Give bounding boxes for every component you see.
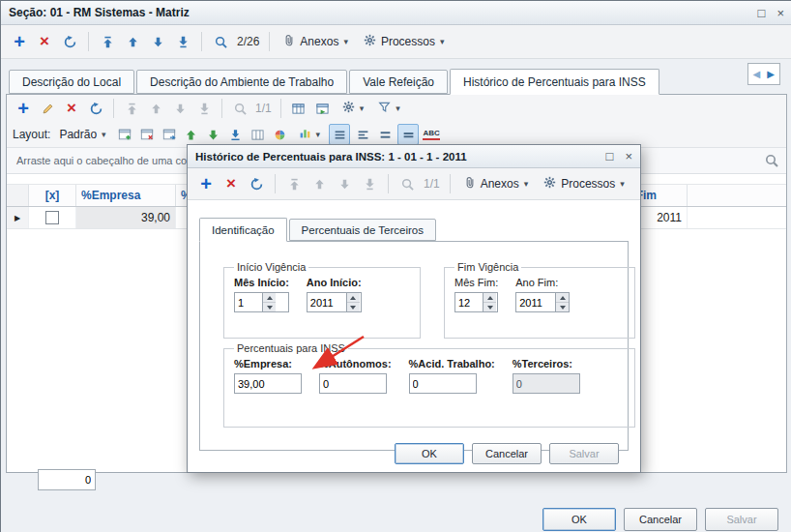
dialog-processos-dropdown[interactable]: Processos ▾ — [538, 174, 630, 193]
empresa-label: %Empresa: — [234, 358, 302, 369]
dialog-add-icon[interactable]: + — [195, 173, 217, 194]
tab-descricao-local[interactable]: Descrição do Local — [9, 70, 134, 94]
tab-scroll-left-icon[interactable]: ◀ — [753, 69, 761, 79]
move-down-icon[interactable] — [204, 125, 223, 144]
grid-search-icon[interactable] — [229, 98, 250, 119]
separator — [88, 32, 89, 51]
export-down-icon[interactable] — [226, 125, 246, 144]
tab-descricao-ambiente[interactable]: Descrição do Ambiente de Trabalho — [136, 70, 347, 94]
dialog-first-icon[interactable] — [283, 173, 305, 194]
search-record-icon[interactable] — [210, 31, 231, 52]
spell-check-icon[interactable]: ABC — [422, 125, 441, 144]
spin-up-icon[interactable] — [483, 293, 496, 303]
tab-historico-percentuais-inss[interactable]: Histórico de Percentuais para INSS — [450, 69, 659, 95]
chevron-down-icon: ▾ — [102, 131, 106, 139]
ano-fim-field: Ano Fim: — [515, 277, 570, 312]
dialog-close-icon[interactable]: × — [625, 150, 632, 163]
dialog-ok-button[interactable]: OK — [395, 443, 464, 464]
spin-up-icon[interactable] — [263, 293, 276, 303]
spin-up-icon[interactable] — [347, 293, 360, 303]
separator — [221, 99, 222, 118]
spin-down-icon[interactable] — [483, 303, 496, 311]
dialog-save-button[interactable]: Salvar — [549, 443, 619, 464]
processos-dropdown[interactable]: Processos ▾ — [358, 32, 451, 51]
dialog-cancel-button[interactable]: Cancelar — [472, 443, 542, 464]
grid-first-icon[interactable] — [121, 98, 142, 119]
color-wheel-icon[interactable] — [271, 125, 290, 144]
tab-vale-refeicao[interactable]: Vale Refeição — [349, 70, 448, 94]
grid-refresh-icon[interactable] — [85, 98, 106, 119]
record-count-box[interactable] — [38, 469, 96, 490]
filter-dropdown[interactable]: ▾ — [372, 99, 406, 118]
add-record-icon[interactable]: + — [9, 31, 30, 52]
column-header-empresa[interactable]: %Empresa — [76, 185, 176, 206]
grid-delete-icon[interactable]: × — [61, 98, 82, 119]
mes-fim-spinbox — [454, 292, 498, 312]
columns-layout-icon[interactable] — [249, 125, 268, 144]
spin-down-icon[interactable] — [347, 303, 360, 311]
grid-last-icon[interactable] — [193, 98, 215, 119]
refresh-icon[interactable] — [59, 31, 80, 52]
tab-scroll-right-icon[interactable]: ▶ — [767, 69, 775, 79]
autonomos-input[interactable] — [319, 373, 387, 394]
grid-add-icon[interactable]: + — [13, 98, 34, 119]
ano-fim-input[interactable] — [516, 293, 555, 311]
dialog-search-icon[interactable] — [396, 173, 418, 194]
first-record-icon[interactable] — [97, 31, 118, 52]
spin-down-icon[interactable] — [263, 303, 276, 311]
dialog-toolbar: + × 1/1 Anexos ▾ Processos ▾ — [188, 168, 640, 200]
layout-apply-icon[interactable] — [160, 125, 179, 144]
grid-search-panel-icon[interactable] — [765, 154, 778, 169]
grid-previous-icon[interactable] — [145, 98, 166, 119]
empresa-input[interactable] — [234, 373, 302, 394]
save-button[interactable]: Salvar — [705, 508, 778, 531]
layout-add-icon[interactable] — [115, 125, 134, 144]
dialog-previous-icon[interactable] — [308, 173, 330, 194]
tab-identificacao[interactable]: Identificação — [199, 218, 287, 242]
spin-up-icon[interactable] — [556, 293, 569, 303]
view-mode-3-toggle[interactable] — [375, 125, 395, 144]
anexos-dropdown[interactable]: Anexos ▾ — [278, 32, 354, 51]
next-record-icon[interactable] — [147, 31, 168, 52]
dialog-maximize-icon[interactable]: □ — [606, 150, 614, 163]
mes-fim-input[interactable] — [455, 293, 483, 311]
dialog-next-icon[interactable] — [334, 173, 355, 194]
view-mode-1-toggle[interactable] — [329, 124, 350, 145]
move-up-icon[interactable] — [182, 125, 201, 144]
edit-icon[interactable] — [37, 98, 58, 119]
tab-percentuais-terceiros[interactable]: Percentuais de Terceiros — [289, 219, 436, 241]
separator — [201, 32, 202, 51]
cancel-button[interactable]: Cancelar — [624, 508, 697, 531]
previous-record-icon[interactable] — [122, 31, 143, 52]
row-checkbox-cell[interactable] — [29, 207, 76, 228]
acid-trabalho-input[interactable] — [409, 373, 477, 394]
view-mode-2-toggle[interactable] — [353, 125, 372, 144]
dialog-last-icon[interactable] — [359, 173, 380, 194]
column-header-check[interactable]: [x] — [29, 185, 76, 206]
spin-down-icon[interactable] — [556, 303, 569, 311]
tab-label: Descrição do Local — [22, 75, 121, 89]
checkbox[interactable] — [45, 211, 59, 224]
delete-record-icon[interactable]: × — [34, 31, 55, 52]
ano-inicio-input[interactable] — [308, 293, 346, 311]
layout-delete-icon[interactable] — [137, 125, 157, 144]
cell-empresa[interactable]: 39,00 — [76, 207, 176, 228]
window-title: Seção: 01 - RM Sistemas - Matriz — [9, 6, 747, 19]
chevron-down-icon: ▾ — [396, 104, 400, 113]
dialog-delete-icon[interactable]: × — [220, 173, 242, 194]
dialog-anexos-dropdown[interactable]: Anexos ▾ — [458, 174, 535, 193]
anexos-label: Anexos — [481, 177, 519, 191]
ok-button[interactable]: OK — [542, 508, 616, 531]
maximize-icon[interactable]: □ — [758, 7, 766, 19]
grid-settings-dropdown[interactable]: ▾ — [337, 99, 370, 118]
column-chooser-icon[interactable] — [288, 98, 309, 119]
chart-dropdown[interactable]: ▾ — [293, 125, 327, 144]
layout-select[interactable]: Padrão ▾ — [53, 126, 111, 143]
last-record-icon[interactable] — [172, 31, 193, 52]
close-icon[interactable]: × — [776, 7, 784, 19]
table-export-icon[interactable] — [312, 98, 334, 119]
dialog-refresh-icon[interactable] — [246, 173, 267, 194]
mes-inicio-input[interactable] — [235, 293, 262, 311]
grid-next-icon[interactable] — [169, 98, 190, 119]
view-mode-4-toggle[interactable] — [397, 124, 419, 145]
